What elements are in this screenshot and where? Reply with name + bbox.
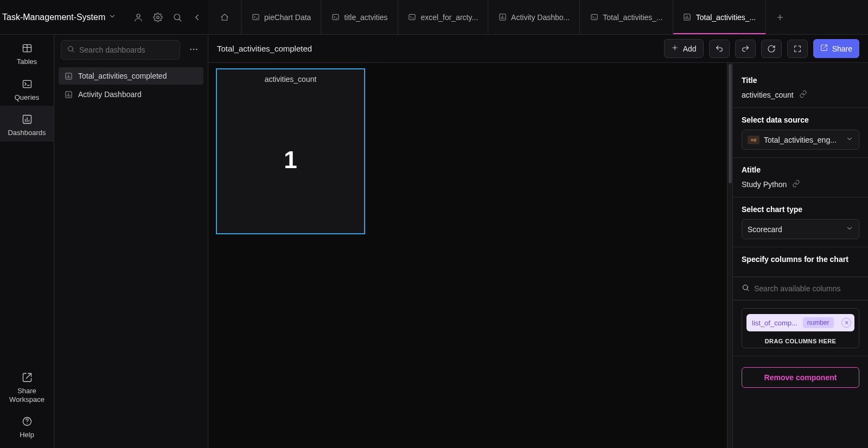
- add-button[interactable]: Add: [664, 39, 704, 58]
- add-button-label: Add: [683, 44, 697, 53]
- columns-search[interactable]: [733, 277, 868, 300]
- rail-dashboards[interactable]: Dashboards: [0, 106, 54, 142]
- tab[interactable]: excel_for_arcty...: [398, 0, 489, 34]
- sidebar-item[interactable]: Activity Dashboard: [59, 86, 203, 103]
- link-icon[interactable]: [799, 90, 807, 100]
- workspace-switcher[interactable]: Task-Management-System: [2, 12, 116, 22]
- svg-point-1: [157, 16, 159, 18]
- tab-label: Total_activities_...: [603, 13, 663, 22]
- scorecard-component[interactable]: activities_count 1: [216, 68, 365, 234]
- tab[interactable]: Total_activities_...: [580, 0, 673, 34]
- tab[interactable]: title_actvities: [321, 0, 398, 34]
- tab-home[interactable]: [208, 0, 241, 34]
- main-area: pieChart Datatitle_actvitiesexcel_for_ar…: [208, 0, 868, 448]
- chevron-down-icon: [846, 225, 853, 234]
- share-button[interactable]: Share: [813, 39, 859, 58]
- svg-line-49: [747, 289, 749, 291]
- workspace-bar: Task-Management-System: [0, 0, 208, 35]
- search-icon: [742, 284, 750, 293]
- share-icon: [21, 372, 33, 383]
- link-icon[interactable]: [792, 180, 800, 189]
- sidebar-item[interactable]: Total_activities_completed: [59, 67, 203, 85]
- dashboard-canvas[interactable]: activities_count 1: [208, 63, 727, 448]
- refresh-button[interactable]: [761, 40, 782, 58]
- external-link-icon: [820, 44, 828, 53]
- svg-point-2: [174, 14, 180, 20]
- panel-atitle-value[interactable]: Study Python: [742, 180, 787, 189]
- sidebar-item-label: Total_activities_completed: [78, 72, 167, 80]
- panel-title-label: Title: [742, 76, 859, 85]
- svg-rect-32: [409, 15, 415, 20]
- column-chip[interactable]: list_of_comp... number ✕: [746, 314, 854, 331]
- canvas-scrollbar[interactable]: [727, 63, 732, 448]
- chip-remove-icon[interactable]: ✕: [841, 318, 851, 328]
- redo-button[interactable]: [735, 40, 756, 58]
- sidebar-item-label: Activity Dashboard: [78, 90, 142, 99]
- svg-line-3: [179, 19, 181, 21]
- table-icon: [21, 42, 33, 54]
- dashboard-search-input[interactable]: [79, 46, 174, 54]
- undo-button[interactable]: [709, 40, 730, 58]
- svg-point-18: [193, 49, 194, 50]
- chart-icon: [21, 113, 33, 125]
- home-icon: [220, 13, 229, 22]
- fullscreen-button[interactable]: [787, 40, 808, 58]
- svg-point-17: [190, 49, 192, 50]
- chart-type-select[interactable]: Scorecard: [742, 219, 859, 239]
- rail-queries[interactable]: Queries: [0, 71, 54, 106]
- tab[interactable]: pieChart Data: [241, 0, 321, 34]
- panel-charttype-label: Select chart type: [742, 205, 859, 214]
- rail-queries-label: Queries: [15, 93, 40, 102]
- svg-point-15: [68, 47, 73, 52]
- svg-point-0: [137, 14, 140, 17]
- tab[interactable]: Activity Dashbo...: [488, 0, 580, 34]
- sidebar-more-button[interactable]: [186, 41, 202, 59]
- panel-title-value[interactable]: activities_count: [742, 91, 794, 99]
- rail-help-label: Help: [20, 431, 34, 439]
- dashboard-search[interactable]: [61, 40, 180, 60]
- nav-rail: Tables Queries Dashboards Share Workspac…: [0, 0, 54, 448]
- scorecard-title: activities_count: [217, 69, 364, 87]
- workspace-name: Task-Management-System: [2, 12, 105, 22]
- chevron-down-icon: [846, 135, 853, 144]
- tab-bar: pieChart Datatitle_actvitiesexcel_for_ar…: [208, 0, 868, 35]
- source-badge-icon: sql: [748, 136, 760, 144]
- terminal-icon: [21, 78, 33, 90]
- gear-icon[interactable]: [153, 12, 163, 22]
- columns-dropzone[interactable]: list_of_comp... number ✕ DRAG COLUMNS HE…: [742, 308, 859, 348]
- search-icon: [67, 45, 75, 55]
- collapse-sidebar-icon[interactable]: [192, 12, 202, 22]
- svg-point-48: [743, 285, 748, 290]
- remove-component-button[interactable]: Remove component: [742, 367, 859, 388]
- rail-help[interactable]: Help: [16, 408, 37, 444]
- search-icon[interactable]: [173, 12, 182, 22]
- properties-panel: Title activities_count Select data sourc…: [732, 63, 868, 448]
- terminal-icon: [331, 13, 340, 22]
- rail-share-workspace[interactable]: Share Workspace: [0, 364, 54, 408]
- rail-tables-label: Tables: [17, 57, 37, 66]
- chart-icon: [683, 13, 692, 22]
- tab-add[interactable]: [766, 0, 794, 34]
- user-icon[interactable]: [133, 12, 143, 22]
- panel-atitle-label: Atitle: [742, 165, 859, 174]
- plus-icon: [776, 13, 784, 22]
- svg-line-16: [72, 50, 74, 52]
- dashboard-sidebar: Total_activities_completedActivity Dashb…: [54, 0, 208, 448]
- chart-type-value: Scorecard: [748, 225, 841, 234]
- data-source-select[interactable]: sql Total_activities_eng...: [742, 130, 859, 150]
- svg-rect-38: [591, 15, 597, 20]
- columns-search-input[interactable]: [754, 284, 859, 293]
- dashboard-title: Total_activities_completed: [217, 44, 312, 53]
- chart-icon: [498, 13, 507, 22]
- tab-label: excel_for_arcty...: [421, 13, 478, 22]
- tab-label: Total_activities_...: [696, 13, 756, 22]
- column-chip-name: list_of_comp...: [752, 319, 797, 327]
- chevron-down-icon: [108, 12, 116, 22]
- terminal-icon: [590, 13, 598, 22]
- rail-share-label: Share Workspace: [3, 387, 50, 404]
- tab-label: Activity Dashbo...: [511, 13, 570, 22]
- drag-columns-hint: DRAG COLUMNS HERE: [746, 336, 854, 344]
- chart-icon: [64, 72, 73, 80]
- tab[interactable]: Total_activities_...: [673, 0, 767, 34]
- rail-tables[interactable]: Tables: [0, 35, 54, 71]
